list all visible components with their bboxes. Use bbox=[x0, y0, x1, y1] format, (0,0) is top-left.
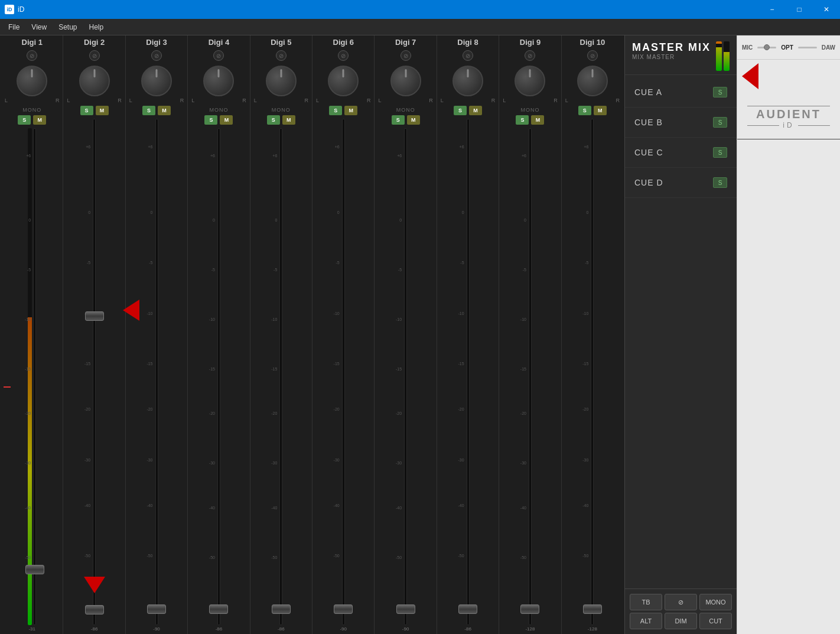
r-label-digi3: R bbox=[180, 97, 184, 103]
channel-strip-digi10: Digi 10 ⊘ L R S M +6 0 bbox=[562, 35, 623, 634]
dim-button[interactable]: DIM bbox=[665, 613, 697, 629]
channel-strip-digi8: Digi 8 ⊘ L R S M +6 0 - bbox=[437, 35, 499, 634]
mute-btn-digi1[interactable]: M bbox=[33, 115, 46, 125]
solo-btn-digi1[interactable]: S bbox=[18, 115, 31, 125]
maximize-button[interactable]: □ bbox=[786, 0, 813, 19]
opt-label[interactable]: OPT bbox=[781, 44, 793, 51]
mute-btn-digi8[interactable]: M bbox=[469, 106, 482, 115]
phase-btn-digi6[interactable]: ⊘ bbox=[338, 50, 349, 61]
knob-digi2[interactable] bbox=[79, 66, 110, 96]
solo-btn-digi3[interactable]: S bbox=[142, 106, 155, 115]
mute-btn-digi2[interactable]: M bbox=[96, 106, 109, 115]
sm-buttons-digi7: S M bbox=[392, 115, 420, 125]
knob-digi4[interactable] bbox=[203, 66, 234, 96]
phase-btn-digi10[interactable]: ⊘ bbox=[587, 50, 598, 61]
mute-btn-digi7[interactable]: M bbox=[407, 115, 420, 125]
cue-d-label: CUE D bbox=[634, 178, 663, 187]
menu-help[interactable]: Help bbox=[83, 21, 110, 34]
cue-d-s-button[interactable]: S bbox=[713, 177, 727, 188]
mode-slider-thumb[interactable] bbox=[764, 44, 770, 50]
solo-btn-digi5[interactable]: S bbox=[267, 115, 280, 125]
solo-btn-digi10[interactable]: S bbox=[578, 106, 591, 115]
audient-brand-name: AUDIENT bbox=[756, 108, 821, 121]
phase-btn-digi4[interactable]: ⊘ bbox=[213, 50, 224, 61]
fader-handle-digi2[interactable] bbox=[85, 311, 104, 321]
phase-btn-digi2[interactable]: ⊘ bbox=[89, 50, 100, 61]
fader-handle-digi8[interactable] bbox=[458, 604, 477, 614]
knob-container-digi6: L R bbox=[314, 66, 373, 103]
minimize-button[interactable]: − bbox=[758, 0, 786, 19]
master-mix-panel: MASTER MIX MIX MASTER CUE A S CUE bbox=[624, 35, 737, 634]
fader-value-digi4: -86 bbox=[216, 626, 223, 632]
knob-digi6[interactable] bbox=[328, 66, 359, 96]
phase-btn-digi3[interactable]: ⊘ bbox=[151, 50, 162, 61]
fader-handle-digi3[interactable] bbox=[147, 604, 166, 614]
cue-a-s-button[interactable]: S bbox=[713, 87, 727, 97]
phase-btn-digi9[interactable]: ⊘ bbox=[525, 50, 535, 61]
sm-buttons-digi8: S M bbox=[454, 106, 482, 115]
phase-btn-digi5[interactable]: ⊘ bbox=[276, 50, 286, 61]
cue-d-item: CUE D S bbox=[625, 168, 737, 198]
solo-btn-digi9[interactable]: S bbox=[516, 115, 529, 125]
mute-btn-digi10[interactable]: M bbox=[594, 106, 607, 115]
mixer-section: Digi 1 ⊘ L R MONO S M bbox=[0, 35, 624, 634]
lr-labels-digi4: L R bbox=[189, 97, 248, 103]
audient-line-top bbox=[747, 106, 829, 106]
mute-btn-digi6[interactable]: M bbox=[344, 106, 357, 115]
fader-handle-digi2-bottom[interactable] bbox=[85, 605, 104, 615]
mode-selector: MIC OPT DAW bbox=[737, 35, 840, 60]
alt-button[interactable]: ALT bbox=[630, 613, 662, 629]
knob-digi3[interactable] bbox=[141, 66, 172, 96]
arrow-digi2-left bbox=[123, 300, 139, 321]
mute-btn-digi3[interactable]: M bbox=[158, 106, 171, 115]
l-label-digi6: L bbox=[316, 97, 319, 103]
close-button[interactable]: ✕ bbox=[813, 0, 840, 19]
knob-digi8[interactable] bbox=[452, 66, 483, 96]
solo-btn-digi7[interactable]: S bbox=[392, 115, 405, 125]
phase-btn-digi7[interactable]: ⊘ bbox=[401, 50, 411, 61]
menu-setup[interactable]: Setup bbox=[53, 21, 83, 34]
knob-digi5[interactable] bbox=[266, 66, 297, 96]
l-label-digi3: L bbox=[129, 97, 132, 103]
mic-label[interactable]: MIC bbox=[742, 44, 753, 51]
knob-digi1[interactable] bbox=[17, 66, 47, 96]
fader-value-digi6: -90 bbox=[340, 626, 347, 632]
arrow-digi2-down bbox=[84, 577, 105, 593]
mute-btn-digi5[interactable]: M bbox=[282, 115, 295, 125]
fader-handle-digi1[interactable] bbox=[25, 565, 44, 574]
menu-view[interactable]: View bbox=[25, 21, 53, 34]
channel-name-digi3: Digi 3 bbox=[146, 38, 167, 47]
cue-c-label: CUE C bbox=[634, 148, 663, 157]
cue-c-s-button[interactable]: S bbox=[713, 147, 727, 158]
solo-btn-digi6[interactable]: S bbox=[329, 106, 342, 115]
r-label-digi6: R bbox=[367, 97, 371, 103]
fader-handle-digi9[interactable] bbox=[520, 604, 539, 614]
channel-name-digi2: Digi 2 bbox=[84, 38, 105, 47]
tb-button[interactable]: TB bbox=[630, 594, 662, 610]
phase-button[interactable]: ⊘ bbox=[665, 594, 697, 610]
knob-digi10[interactable] bbox=[577, 66, 608, 96]
phase-btn-digi8[interactable]: ⊘ bbox=[463, 50, 473, 61]
fader-handle-digi7[interactable] bbox=[396, 604, 415, 614]
audient-logo: AUDIENT iD bbox=[737, 95, 840, 139]
mono-button[interactable]: MONO bbox=[699, 594, 732, 610]
mute-btn-digi9[interactable]: M bbox=[531, 115, 544, 125]
fader-handle-digi4[interactable] bbox=[209, 604, 228, 614]
l-label-digi5: L bbox=[254, 97, 257, 103]
daw-label[interactable]: DAW bbox=[822, 44, 835, 51]
mute-btn-digi4[interactable]: M bbox=[220, 115, 233, 125]
cut-button[interactable]: CUT bbox=[699, 613, 732, 629]
knob-digi9[interactable] bbox=[515, 66, 545, 96]
solo-btn-digi4[interactable]: S bbox=[204, 115, 217, 125]
channel-name-digi5: Digi 5 bbox=[271, 38, 291, 47]
fader-handle-digi10[interactable] bbox=[583, 604, 602, 614]
phase-btn-digi1[interactable]: ⊘ bbox=[27, 50, 37, 61]
lr-labels-digi6: L R bbox=[314, 97, 373, 103]
knob-digi7[interactable] bbox=[390, 66, 421, 96]
cue-b-s-button[interactable]: S bbox=[713, 117, 727, 128]
solo-btn-digi8[interactable]: S bbox=[454, 106, 467, 115]
fader-handle-digi5[interactable] bbox=[272, 604, 291, 614]
fader-handle-digi6[interactable] bbox=[334, 604, 353, 614]
solo-btn-digi2[interactable]: S bbox=[80, 106, 93, 115]
menu-file[interactable]: File bbox=[2, 21, 25, 34]
